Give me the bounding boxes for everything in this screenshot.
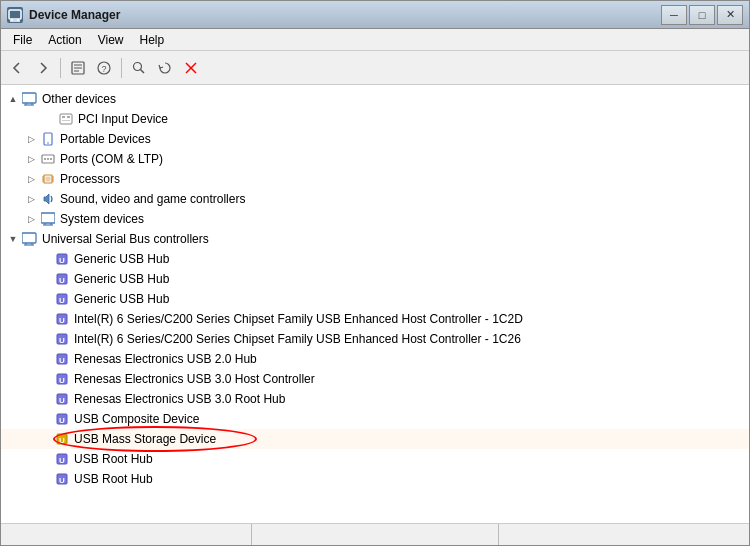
status-section-3 [499,524,745,545]
tree-item-processors[interactable]: ▷ Processors [1,169,749,189]
svg-text:U: U [59,256,65,265]
intel-1c26-icon: U [54,331,70,347]
tree-item-portable-devices[interactable]: ▷ Portable Devices [1,129,749,149]
svg-point-26 [47,158,49,160]
svg-point-10 [134,62,142,70]
tree-item-usb-controllers[interactable]: ▼ Universal Serial Bus controllers [1,229,749,249]
content-area: ▲ Other devices ▷ [1,85,749,523]
svg-rect-18 [60,114,72,124]
menu-file[interactable]: File [5,31,40,49]
svg-text:?: ? [101,64,106,74]
tree-item-usb-root-2[interactable]: ▷ U USB Root Hub [1,469,749,489]
svg-text:U: U [59,376,65,385]
usb-hub-icon-1: U [54,251,70,267]
forward-button[interactable] [31,56,55,80]
menu-action[interactable]: Action [40,31,89,49]
no-expand-renesas1: ▷ [37,351,53,367]
ports-label: Ports (COM & LTP) [60,152,163,166]
renesas-30-root-label: Renesas Electronics USB 3.0 Root Hub [74,392,285,406]
properties-button[interactable] [66,56,90,80]
menu-help[interactable]: Help [132,31,173,49]
intel-1c2d-label: Intel(R) 6 Series/C200 Series Chipset Fa… [74,312,523,326]
portable-devices-label: Portable Devices [60,132,151,146]
minimize-button[interactable]: ─ [661,5,687,25]
tree-item-intel-1c26[interactable]: ▷ U Intel(R) 6 Series/C200 Series Chipse… [1,329,749,349]
tree-item-generic-hub-3[interactable]: ▷ U Generic USB Hub [1,289,749,309]
tree-item-other-devices[interactable]: ▲ Other devices [1,89,749,109]
svg-rect-0 [9,10,21,19]
device-tree[interactable]: ▲ Other devices ▷ [1,85,749,523]
svg-text:U: U [59,456,65,465]
tree-item-usb-root-1[interactable]: ▷ U USB Root Hub [1,449,749,469]
renesas-20-label: Renesas Electronics USB 2.0 Hub [74,352,257,366]
uninstall-button[interactable] [179,56,203,80]
svg-text:U: U [59,276,65,285]
ports-icon [40,151,56,167]
svg-point-27 [50,158,52,160]
tree-item-pci-input[interactable]: ▷ PCI Input Device [1,109,749,129]
no-expand-renesas2: ▷ [37,371,53,387]
usb-mass-storage-label: USB Mass Storage Device [74,432,216,446]
status-section-2 [252,524,499,545]
no-expand-renesas3: ▷ [37,391,53,407]
svg-text:U: U [59,316,65,325]
renesas-30-root-icon: U [54,391,70,407]
tree-item-intel-1c2d[interactable]: ▷ U Intel(R) 6 Series/C200 Series Chipse… [1,309,749,329]
svg-rect-29 [46,177,51,182]
renesas-20-icon: U [54,351,70,367]
menu-view[interactable]: View [90,31,132,49]
no-expand-root1: ▷ [37,451,53,467]
usb-controllers-label: Universal Serial Bus controllers [42,232,209,246]
sound-icon [40,191,56,207]
svg-rect-40 [22,233,36,243]
usb-hub-icon-3: U [54,291,70,307]
window-title: Device Manager [29,8,661,22]
svg-text:U: U [59,396,65,405]
svg-text:U: U [59,436,65,445]
scan-button[interactable] [127,56,151,80]
close-button[interactable]: ✕ [717,5,743,25]
no-expand: ▷ [37,251,53,267]
usb-composite-icon: U [54,411,70,427]
no-expand-3: ▷ [37,291,53,307]
no-expand-intel1: ▷ [37,311,53,327]
usb-root-2-icon: U [54,471,70,487]
other-devices-icon [22,91,38,107]
svg-text:U: U [59,356,65,365]
expand-system: ▷ [23,211,39,227]
no-expand-mass: ▷ [37,431,53,447]
usb-mass-storage-icon: U [54,431,70,447]
usb-controllers-icon [22,231,38,247]
portable-devices-icon [40,131,56,147]
tree-item-renesas-30-host[interactable]: ▷ U Renesas Electronics USB 3.0 Host Con… [1,369,749,389]
tree-item-ports[interactable]: ▷ Ports (COM & LTP) [1,149,749,169]
tree-item-usb-composite[interactable]: ▷ U USB Composite Device [1,409,749,429]
device-manager-window: Device Manager ─ □ ✕ File Action View He… [0,0,750,546]
title-bar: Device Manager ─ □ ✕ [1,1,749,29]
status-text [5,524,252,545]
no-expand-intel2: ▷ [37,331,53,347]
help-button[interactable]: ? [92,56,116,80]
svg-text:U: U [59,336,65,345]
tree-item-renesas-30-root[interactable]: ▷ U Renesas Electronics USB 3.0 Root Hub [1,389,749,409]
svg-point-23 [47,142,49,144]
maximize-button[interactable]: □ [689,5,715,25]
expand-icon: ▲ [5,91,21,107]
update-button[interactable] [153,56,177,80]
expand-processors: ▷ [23,171,39,187]
intel-1c2d-icon: U [54,311,70,327]
back-button[interactable] [5,56,29,80]
tree-item-renesas-20[interactable]: ▷ U Renesas Electronics USB 2.0 Hub [1,349,749,369]
usb-root-2-label: USB Root Hub [74,472,153,486]
system-icon [40,211,56,227]
app-icon [7,7,23,23]
tree-item-system[interactable]: ▷ System devices [1,209,749,229]
usb-hub-icon-2: U [54,271,70,287]
tree-item-generic-hub-1[interactable]: ▷ U Generic USB Hub [1,249,749,269]
tree-item-sound[interactable]: ▷ Sound, video and game controllers [1,189,749,209]
tree-item-generic-hub-2[interactable]: ▷ U Generic USB Hub [1,269,749,289]
svg-rect-21 [62,120,70,121]
usb-root-1-label: USB Root Hub [74,452,153,466]
tree-item-usb-mass-storage[interactable]: ▷ U USB Mass Storage Device [1,429,749,449]
toolbar: ? [1,51,749,85]
